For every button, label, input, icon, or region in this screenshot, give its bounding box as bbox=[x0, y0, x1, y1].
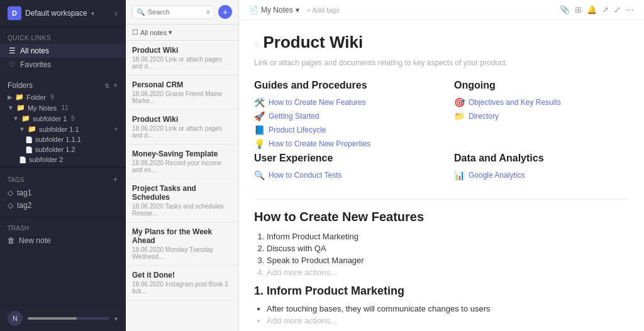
filter-checkbox-icon: ☐ bbox=[132, 28, 138, 36]
folders-section: Folders ⇅ + ▶ 📁 Folder 9 ▼ 📁 My Notes 11… bbox=[0, 77, 125, 167]
content-divider bbox=[254, 199, 629, 200]
attachment-icon[interactable]: 📎 bbox=[560, 5, 570, 14]
notes-scroll-area[interactable]: Product Wiki 18.06.2020 Link or attach p… bbox=[126, 41, 238, 331]
note-item-3[interactable]: Money-Saving Template 18.06.2020 Record … bbox=[126, 144, 238, 179]
note-title-2: Product Wiki bbox=[132, 115, 232, 124]
ux-link-0[interactable]: 🔍 How to Conduct Tests bbox=[254, 170, 429, 180]
note-meta-0: 18.06.2020 Link or attach pages and d... bbox=[132, 56, 232, 70]
folder-item-subfolder1[interactable]: ▼ 📁 subfolder 1 5 bbox=[0, 113, 125, 124]
more-icon[interactable]: ⋯ bbox=[626, 5, 634, 14]
note-item-2[interactable]: Product Wiki 18.06.2020 Link or attach p… bbox=[126, 110, 238, 144]
subfolder1-1-icon: 📁 bbox=[28, 125, 36, 133]
share-icon[interactable]: ↗ bbox=[602, 5, 609, 14]
ux-link-0-emoji: 🔍 bbox=[254, 170, 265, 180]
storage-bar bbox=[28, 317, 109, 320]
ux-section-title: User Experience bbox=[254, 153, 429, 164]
breadcrumb-label[interactable]: My Notes bbox=[261, 6, 293, 14]
guides-link-3-text: How to Create New Properties bbox=[269, 139, 370, 148]
sidebar-collapse-button[interactable]: ‹ bbox=[114, 8, 118, 18]
sidebar-header: D Default workspace ▾ ‹ bbox=[0, 0, 125, 27]
page-title: Product Wiki bbox=[263, 33, 363, 52]
folder-item-mynotes[interactable]: ▼ 📁 My Notes 11 bbox=[0, 102, 125, 113]
new-note-label: New note bbox=[19, 236, 51, 245]
user-settings-icon[interactable]: ▾ bbox=[114, 315, 118, 322]
folders-add-icon[interactable]: + bbox=[113, 81, 118, 90]
data-link-0-text: Google Analytics bbox=[469, 171, 525, 180]
tag-item-1[interactable]: ◇ tag1 bbox=[0, 187, 125, 199]
note-item-5[interactable]: My Plans for the Week Ahead 18.06.2020 M… bbox=[126, 222, 238, 266]
folder-item-subfolder2[interactable]: 📄 subfolder 2 bbox=[0, 155, 125, 165]
guides-link-3[interactable]: 💡 How to Create New Properties bbox=[254, 139, 429, 149]
main-content: 📄 My Notes ▾ + Add tags 📎 ⊞ 🔔 ↗ ⤢ ⋯ ○ Pr… bbox=[239, 0, 644, 331]
note-item-4[interactable]: Project Tasks and Schedules 18.06.2020 T… bbox=[126, 179, 238, 222]
search-input[interactable] bbox=[148, 8, 204, 16]
note-meta-5: 18.06.2020 Monday Tuesday Wednesd... bbox=[132, 246, 232, 260]
note-meta-4: 18.06.2020 Tasks and schedules Resear... bbox=[132, 203, 232, 217]
bullet-1: After touching bases, they will communic… bbox=[267, 304, 629, 313]
subfolder1-1-chevron-icon: ▼ bbox=[19, 126, 25, 133]
workspace-avatar: D bbox=[8, 6, 21, 20]
ongoing-link-0-text: Objectives and Key Results bbox=[469, 98, 561, 107]
notification-icon[interactable]: 🔔 bbox=[587, 5, 597, 14]
sidebar-item-all-notes[interactable]: ☰ All notes bbox=[0, 44, 125, 58]
folder-item-subfolder1-2[interactable]: 📄 subfolder 1.2 bbox=[0, 144, 125, 155]
all-notes-filter-label: ☐ All notes ▾ bbox=[132, 28, 172, 36]
breadcrumb: 📄 My Notes ▾ + Add tags bbox=[249, 6, 340, 14]
guides-link-2[interactable]: 📘 Product Lifecycle bbox=[254, 125, 429, 135]
breadcrumb-chevron-icon: ▾ bbox=[296, 6, 299, 14]
folder-item-subfolder1-1-1[interactable]: 📄 subfolder 1.1.1 bbox=[0, 134, 125, 144]
step-4-placeholder: Add more actions... bbox=[267, 268, 629, 277]
search-box[interactable]: 🔍 ≡ bbox=[132, 6, 214, 19]
quick-links-section: Quick Links ☰ All notes ♡ Favorites bbox=[0, 27, 125, 77]
note-item-1[interactable]: Personal CRM 18.06.2020 Gracie Friend Ma… bbox=[126, 75, 238, 110]
main-header: 📄 My Notes ▾ + Add tags 📎 ⊞ 🔔 ↗ ⤢ ⋯ bbox=[239, 0, 644, 20]
add-subfolder-icon[interactable]: + bbox=[114, 126, 118, 133]
note-title-5: My Plans for the Week Ahead bbox=[132, 227, 232, 245]
ux-section: User Experience 🔍 How to Conduct Tests bbox=[254, 153, 429, 184]
folders-sort-icon[interactable]: ⇅ bbox=[104, 82, 109, 89]
folder-item-folder[interactable]: ▶ 📁 Folder 9 bbox=[0, 92, 125, 102]
tags-title: Tags bbox=[8, 176, 24, 183]
bullet-list: After touching bases, they will communic… bbox=[254, 304, 629, 325]
folder-item-subfolder1-1[interactable]: ▼ 📁 subfolder 1.1 + bbox=[0, 124, 125, 134]
tag-item-2[interactable]: ◇ tag2 bbox=[0, 199, 125, 212]
subfolder1-icon: 📁 bbox=[21, 114, 30, 122]
note-title-0: Product Wiki bbox=[132, 46, 232, 55]
filter-icon[interactable]: ≡ bbox=[206, 8, 210, 16]
workspace-info[interactable]: D Default workspace ▾ bbox=[8, 6, 94, 20]
note-item-6[interactable]: Get it Done! 18.06.2020 Instagram post B… bbox=[126, 266, 238, 300]
ongoing-link-1-text: Directory bbox=[469, 112, 499, 121]
breadcrumb-note-icon: 📄 bbox=[249, 6, 258, 14]
add-note-button[interactable]: + bbox=[218, 5, 232, 19]
guides-link-1[interactable]: 🚀 Getting Started bbox=[254, 111, 429, 121]
ongoing-link-0[interactable]: 🎯 Objectives and Key Results bbox=[454, 97, 629, 107]
guides-section-title: Guides and Procedures bbox=[254, 80, 429, 91]
notes-list-header: 🔍 ≡ + bbox=[126, 0, 238, 24]
step-1: Inform Product Marketing bbox=[267, 232, 629, 241]
step-3: Speak to Product Manager bbox=[267, 256, 629, 265]
guides-link-0-emoji: 🛠️ bbox=[254, 97, 265, 107]
note-title-3: Money-Saving Template bbox=[132, 149, 232, 158]
quick-links-title: Quick Links bbox=[0, 32, 125, 44]
notes-filter[interactable]: ☐ All notes ▾ bbox=[126, 24, 238, 41]
expand-icon[interactable]: ⤢ bbox=[614, 5, 621, 14]
guides-link-2-text: Product Lifecycle bbox=[269, 126, 326, 134]
workspace-name: Default workspace bbox=[25, 9, 87, 18]
note-meta-2: 18.06.2020 Link or attach pages and d... bbox=[132, 125, 232, 139]
data-link-0[interactable]: 📊 Google Analytics bbox=[454, 170, 629, 180]
sub-heading: 1. Inform Product Marketing bbox=[254, 285, 629, 298]
ongoing-link-1[interactable]: 📁 Directory bbox=[454, 111, 629, 121]
sidebar-item-favorites[interactable]: ♡ Favorites bbox=[0, 58, 125, 72]
guides-link-1-text: Getting Started bbox=[269, 112, 319, 121]
folders-header[interactable]: Folders ⇅ + bbox=[0, 79, 125, 92]
trash-new-note[interactable]: 🗑 New note bbox=[0, 234, 125, 247]
data-section: Data and Analytics 📊 Google Analytics bbox=[454, 153, 629, 184]
add-tags-label[interactable]: + Add tags bbox=[307, 6, 340, 14]
main-toolbar: 📎 ⊞ 🔔 ↗ ⤢ ⋯ bbox=[560, 5, 634, 14]
ongoing-section-title: Ongoing bbox=[454, 80, 629, 91]
all-notes-label: All notes bbox=[20, 46, 49, 55]
grid-icon[interactable]: ⊞ bbox=[575, 5, 582, 14]
guides-link-0[interactable]: 🛠️ How to Create New Features bbox=[254, 97, 429, 107]
note-item-0[interactable]: Product Wiki 18.06.2020 Link or attach p… bbox=[126, 41, 238, 75]
tags-add-icon[interactable]: + bbox=[113, 175, 118, 184]
